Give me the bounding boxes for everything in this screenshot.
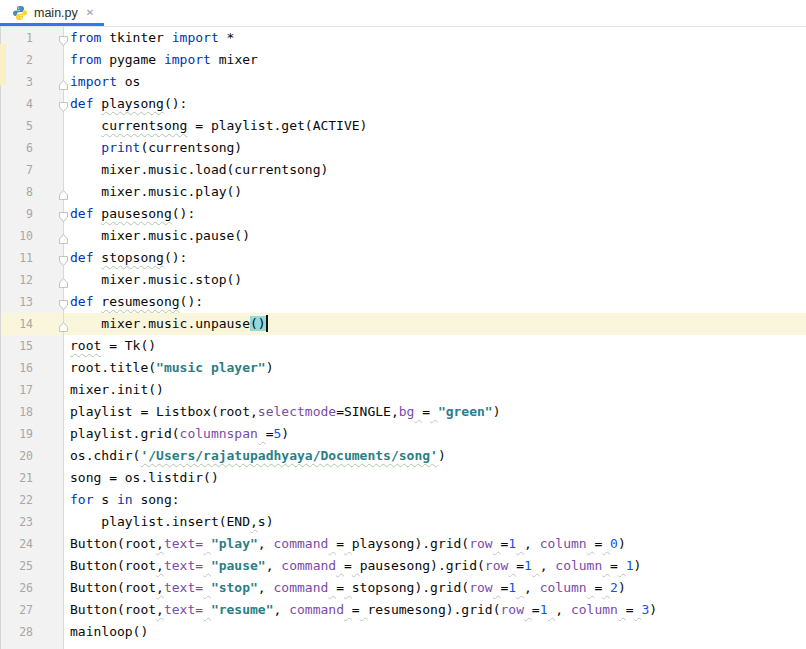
code-line[interactable]: 5 currentsong = playlist.get(ACTIVE) [0,115,806,137]
fold-end-icon[interactable] [58,230,69,242]
code-text[interactable]: print(currentsong) [64,137,806,159]
fold-collapse-icon[interactable] [58,98,69,110]
gutter-cell[interactable]: 3 [0,71,64,93]
gutter-cell[interactable]: 24 [0,533,64,555]
code-line[interactable]: 16root.title("music player") [0,357,806,379]
code-text[interactable]: playlist.insert(END,s) [64,511,806,533]
line-number[interactable]: 28 [0,621,33,643]
gutter-cell[interactable]: 6 [0,137,64,159]
fold-end-icon[interactable] [58,186,69,198]
gutter-cell[interactable]: 17 [0,379,64,401]
code-line[interactable]: 9def pausesong(): [0,203,806,225]
code-line[interactable]: 3import os [0,71,806,93]
code-text[interactable]: mixer.init() [64,379,806,401]
fold-collapse-icon[interactable] [58,208,69,220]
line-number[interactable]: 12 [0,269,33,291]
gutter-cell[interactable]: 19 [0,423,64,445]
gutter-cell[interactable]: 14 [0,313,64,335]
gutter-cell[interactable]: 13 [0,291,64,313]
line-number[interactable]: 4 [0,93,33,115]
gutter-cell[interactable]: 15 [0,335,64,357]
code-line[interactable]: 24Button(root,text= "play", command = pl… [0,533,806,555]
code-line[interactable]: 29 [0,643,806,649]
code-line[interactable]: 6 print(currentsong) [0,137,806,159]
gutter-cell[interactable]: 27 [0,599,64,621]
code-text[interactable] [64,643,806,649]
code-text[interactable]: mixer.music.play() [64,181,806,203]
code-line[interactable]: 12 mixer.music.stop() [0,269,806,291]
gutter-cell[interactable]: 9 [0,203,64,225]
code-text[interactable]: mainloop() [64,621,806,643]
gutter-cell[interactable]: 29 [0,643,64,649]
gutter-cell[interactable]: 2 [0,49,64,71]
code-line[interactable]: 2from pygame import mixer [0,49,806,71]
code-text[interactable]: root.title("music player") [64,357,806,379]
code-text[interactable]: Button(root,text= "play", command = play… [64,533,806,555]
line-number[interactable]: 27 [0,599,33,621]
gutter-cell[interactable]: 22 [0,489,64,511]
code-line[interactable]: 17mixer.init() [0,379,806,401]
code-line[interactable]: 21song = os.listdir() [0,467,806,489]
line-number[interactable]: 19 [0,423,33,445]
line-number[interactable]: 25 [0,555,33,577]
fold-collapse-icon[interactable] [58,32,69,44]
gutter-cell[interactable]: 26 [0,577,64,599]
line-number[interactable]: 29 [0,643,33,649]
code-text[interactable]: os.chdir('/Users/rajatupadhyaya/Document… [64,445,806,467]
code-text[interactable]: Button(root,text= "pause", command = pau… [64,555,806,577]
gutter-cell[interactable]: 12 [0,269,64,291]
code-line[interactable]: 8 mixer.music.play() [0,181,806,203]
line-number[interactable]: 17 [0,379,33,401]
gutter-cell[interactable]: 28 [0,621,64,643]
line-number[interactable]: 9 [0,203,33,225]
code-line[interactable]: 25Button(root,text= "pause", command = p… [0,555,806,577]
code-text[interactable]: def resumesong(): [64,291,806,313]
code-text[interactable]: root = Tk() [64,335,806,357]
line-number[interactable]: 26 [0,577,33,599]
gutter-cell[interactable]: 8 [0,181,64,203]
code-line[interactable]: 27Button(root,text= "resume", command = … [0,599,806,621]
code-text[interactable]: playlist.grid(columnspan =5) [64,423,806,445]
line-number[interactable]: 10 [0,225,33,247]
gutter-cell[interactable]: 23 [0,511,64,533]
code-line[interactable]: 10 mixer.music.pause() [0,225,806,247]
gutter-cell[interactable]: 11 [0,247,64,269]
gutter-cell[interactable]: 20 [0,445,64,467]
gutter-cell[interactable]: 16 [0,357,64,379]
code-line[interactable]: 28mainloop() [0,621,806,643]
code-text[interactable]: mixer.music.pause() [64,225,806,247]
code-text[interactable]: mixer.music.load(currentsong) [64,159,806,181]
code-text[interactable]: mixer.music.stop() [64,269,806,291]
gutter-cell[interactable]: 21 [0,467,64,489]
tab-main-py[interactable]: main.py ✕ [0,0,104,26]
code-text[interactable]: def pausesong(): [64,203,806,225]
code-line[interactable]: 7 mixer.music.load(currentsong) [0,159,806,181]
line-number[interactable]: 5 [0,115,33,137]
code-line[interactable]: 20os.chdir('/Users/rajatupadhyaya/Docume… [0,445,806,467]
fold-end-icon[interactable] [58,274,69,286]
code-text[interactable]: mixer.music.unpause() [64,313,806,335]
line-number[interactable]: 11 [0,247,33,269]
code-line[interactable]: 19playlist.grid(columnspan =5) [0,423,806,445]
code-text[interactable]: Button(root,text= "stop", command = stop… [64,577,806,599]
tab-close-icon[interactable]: ✕ [86,8,94,18]
code-line[interactable]: 22for s in song: [0,489,806,511]
line-number[interactable]: 24 [0,533,33,555]
gutter-cell[interactable]: 1 [0,27,64,49]
gutter-cell[interactable]: 18 [0,401,64,423]
line-number[interactable]: 7 [0,159,33,181]
line-number[interactable]: 8 [0,181,33,203]
code-text[interactable]: playlist = Listbox(root,selectmode=SINGL… [64,401,806,423]
line-number[interactable]: 15 [0,335,33,357]
line-number[interactable]: 16 [0,357,33,379]
code-line[interactable]: 15root = Tk() [0,335,806,357]
code-line[interactable]: 18playlist = Listbox(root,selectmode=SIN… [0,401,806,423]
code-line[interactable]: 13def resumesong(): [0,291,806,313]
gutter-cell[interactable]: 10 [0,225,64,247]
line-number[interactable]: 14 [0,313,33,335]
line-number[interactable]: 13 [0,291,33,313]
fold-end-icon[interactable] [58,76,69,88]
code-line[interactable]: 23 playlist.insert(END,s) [0,511,806,533]
line-number[interactable]: 23 [0,511,33,533]
gutter-cell[interactable]: 4 [0,93,64,115]
